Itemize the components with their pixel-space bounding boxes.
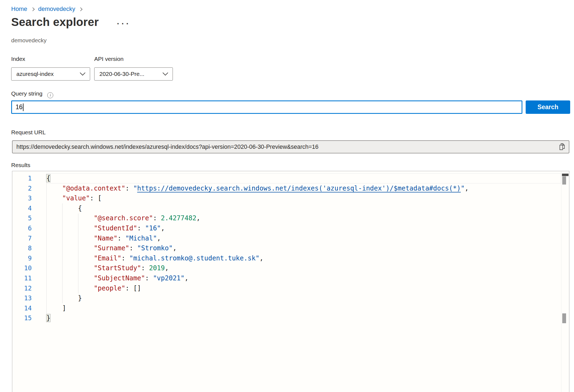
code-token — [46, 264, 94, 272]
index-label: Index — [11, 56, 25, 62]
line-number: 3 — [12, 193, 45, 203]
code-token — [46, 244, 94, 252]
code-token: "value" — [62, 194, 90, 202]
code-token: "Email" — [94, 254, 121, 262]
code-link[interactable]: https://demovedecky.search.windows.net/i… — [137, 185, 461, 192]
editor-code[interactable]: { "@odata.context": "https://demovedecky… — [45, 171, 561, 392]
results-editor[interactable]: 123456789101112131415 { "@odata.context"… — [12, 171, 569, 392]
breadcrumb-item-demovedecky[interactable]: demovedecky — [38, 5, 75, 13]
code-line: } — [46, 313, 561, 323]
code-line: { — [46, 203, 561, 213]
breadcrumb-separator-icon — [79, 7, 82, 11]
page-title: Search explorer — [11, 16, 99, 29]
line-number: 9 — [12, 253, 45, 263]
code-token: } — [46, 294, 82, 302]
info-icon[interactable]: i — [47, 92, 53, 98]
code-token: "SubjectName" — [94, 274, 145, 282]
text-caret — [23, 103, 23, 111]
code-line: "Email": "michal.stromko@.student.tuke.s… — [46, 253, 561, 263]
code-token: : — [125, 185, 133, 192]
line-number: 4 — [12, 203, 45, 213]
line-number: 6 — [12, 223, 45, 233]
code-line: "@search.score": 2.4277482, — [46, 213, 561, 223]
code-token: "16" — [145, 224, 161, 232]
query-string-label-text: Query string — [11, 90, 42, 97]
code-token: , — [259, 254, 263, 262]
code-token: , — [465, 185, 469, 192]
line-number: 13 — [12, 293, 45, 303]
code-token: "Name" — [94, 234, 117, 242]
breadcrumb-item-home[interactable]: Home — [11, 5, 27, 13]
code-token: , — [173, 244, 176, 252]
line-number: 7 — [12, 233, 45, 243]
code-token: "michal.stromko@.student.tuke.sk" — [129, 254, 259, 262]
line-number: 5 — [12, 213, 45, 223]
query-string-label: Query stringi — [11, 90, 53, 98]
page-subtitle: demovedecky — [11, 37, 47, 44]
code-token: : [ — [90, 194, 102, 202]
code-token: , — [196, 214, 200, 222]
chevron-down-icon — [79, 72, 86, 76]
code-token: "StartStudy" — [94, 264, 141, 272]
line-number: 14 — [12, 303, 45, 313]
code-token: : — [145, 274, 153, 282]
query-input[interactable]: 16 — [11, 100, 522, 114]
query-input-value: 16 — [16, 103, 23, 111]
ruler-bracket-mark — [562, 176, 566, 185]
code-token: " — [461, 185, 464, 192]
search-button[interactable]: Search — [526, 100, 570, 114]
code-token — [46, 185, 62, 192]
more-options-button[interactable]: ··· — [117, 19, 131, 28]
code-token — [46, 224, 94, 232]
ruler-cursor-mark — [562, 174, 569, 176]
line-number: 11 — [12, 273, 45, 283]
line-number: 8 — [12, 243, 45, 253]
code-line: "people": [] — [46, 283, 561, 293]
code-line: "SubjectName": "vp2021", — [46, 273, 561, 283]
editor-gutter: 123456789101112131415 — [12, 171, 45, 392]
code-token: "Stromko" — [137, 244, 173, 252]
api-version-dropdown-value: 2020-06-30-Pre... — [99, 71, 144, 77]
ruler-bracket-mark — [562, 313, 566, 323]
code-line: "value": [ — [46, 193, 561, 203]
index-dropdown[interactable]: azuresql-index — [11, 67, 90, 81]
code-line: "Surname": "Stromko", — [46, 243, 561, 253]
code-token — [46, 274, 94, 282]
code-token: { — [46, 174, 50, 182]
code-token: , — [165, 264, 168, 272]
code-token: , — [161, 224, 165, 232]
breadcrumb-separator-icon — [31, 7, 35, 11]
code-token: ] — [46, 304, 66, 312]
line-number: 2 — [12, 183, 45, 194]
code-line: } — [46, 293, 561, 303]
code-token: "people" — [94, 284, 125, 292]
search-explorer-page: Home demovedecky Search explorer ··· dem… — [0, 0, 574, 392]
code-line: { — [46, 173, 561, 183]
code-token: , — [185, 274, 188, 282]
code-token: "@odata.context" — [62, 185, 125, 192]
copy-icon — [559, 143, 566, 150]
code-token: } — [46, 314, 50, 322]
code-token: "Michal" — [125, 234, 157, 242]
copy-url-button[interactable] — [559, 143, 566, 151]
request-url-field[interactable]: https://demovedecky.search.windows.net/i… — [12, 140, 569, 153]
code-token: { — [46, 204, 82, 212]
api-version-dropdown[interactable]: 2020-06-30-Pre... — [94, 67, 173, 81]
index-dropdown-value: azuresql-index — [16, 71, 54, 77]
code-token: 2.4277482 — [161, 214, 196, 222]
code-line: "@odata.context": "https://demovedecky.s… — [46, 183, 561, 194]
code-token: "vp2021" — [153, 274, 185, 282]
code-token: : — [117, 234, 125, 242]
chevron-down-icon — [162, 72, 168, 76]
code-token: , — [157, 234, 161, 242]
code-token: : [] — [125, 284, 141, 292]
code-line: "Name": "Michal", — [46, 233, 561, 243]
overview-ruler[interactable] — [561, 171, 569, 392]
code-token — [46, 234, 94, 242]
code-token — [46, 254, 94, 262]
code-token — [46, 214, 94, 222]
code-token: : — [137, 224, 145, 232]
line-number: 12 — [12, 283, 45, 293]
code-token: : — [129, 244, 137, 252]
request-url-label: Request URL — [11, 129, 46, 136]
